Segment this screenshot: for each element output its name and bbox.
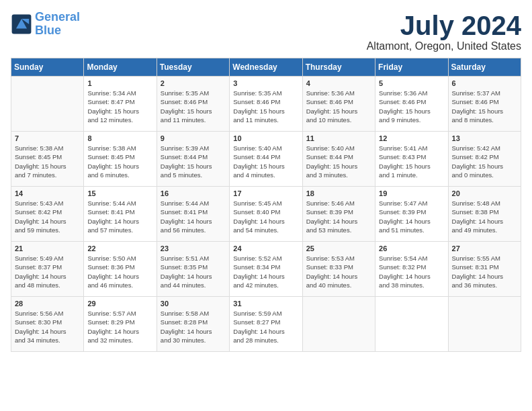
day-cell: 24Sunrise: 5:52 AM Sunset: 8:34 PM Dayli… [230,242,302,297]
day-number: 1 [87,79,152,87]
logo: General Blue [11,11,80,38]
day-number: 27 [452,244,517,253]
day-info: Sunrise: 5:49 AM Sunset: 8:37 PM Dayligh… [15,254,80,289]
day-info: Sunrise: 5:51 AM Sunset: 8:35 PM Dayligh… [161,254,226,289]
day-info: Sunrise: 5:50 AM Sunset: 8:36 PM Dayligh… [87,254,152,289]
day-number: 28 [15,300,80,308]
day-number: 3 [233,79,298,87]
day-cell: 10Sunrise: 5:40 AM Sunset: 8:44 PM Dayli… [230,132,302,187]
page-header: General Blue July 2024 Altamont, Oregon,… [11,11,521,52]
calendar-table: SundayMondayTuesdayWednesdayThursdayFrid… [11,58,521,352]
header-cell-monday: Monday [84,58,157,77]
day-number: 13 [452,134,517,142]
day-info: Sunrise: 5:52 AM Sunset: 8:34 PM Dayligh… [233,254,298,289]
day-cell: 5Sunrise: 5:36 AM Sunset: 8:46 PM Daylig… [375,77,448,132]
day-number: 24 [233,244,298,253]
day-info: Sunrise: 5:44 AM Sunset: 8:41 PM Dayligh… [161,199,226,234]
day-cell: 6Sunrise: 5:37 AM Sunset: 8:46 PM Daylig… [448,77,521,132]
day-info: Sunrise: 5:58 AM Sunset: 8:28 PM Dayligh… [161,309,226,345]
header-cell-sunday: Sunday [11,58,84,77]
day-cell: 3Sunrise: 5:35 AM Sunset: 8:46 PM Daylig… [230,77,302,132]
day-number: 31 [233,300,298,308]
day-info: Sunrise: 5:57 AM Sunset: 8:29 PM Dayligh… [87,309,152,345]
day-info: Sunrise: 5:53 AM Sunset: 8:33 PM Dayligh… [306,254,371,289]
day-number: 7 [15,134,80,142]
day-cell: 19Sunrise: 5:47 AM Sunset: 8:39 PM Dayli… [375,187,448,242]
header-cell-saturday: Saturday [448,58,521,77]
day-info: Sunrise: 5:41 AM Sunset: 8:43 PM Dayligh… [379,144,444,179]
day-number: 18 [306,189,371,197]
day-cell: 31Sunrise: 5:59 AM Sunset: 8:27 PM Dayli… [230,297,302,352]
logo-line2: Blue [35,24,61,37]
day-number: 9 [161,134,226,142]
day-number: 30 [161,300,226,308]
week-row-3: 14Sunrise: 5:43 AM Sunset: 8:42 PM Dayli… [11,187,521,242]
day-cell: 16Sunrise: 5:44 AM Sunset: 8:41 PM Dayli… [157,187,229,242]
day-number: 26 [379,244,444,253]
day-info: Sunrise: 5:38 AM Sunset: 8:45 PM Dayligh… [15,144,80,179]
day-cell [11,77,84,132]
day-info: Sunrise: 5:35 AM Sunset: 8:46 PM Dayligh… [233,89,298,124]
day-cell: 27Sunrise: 5:55 AM Sunset: 8:31 PM Dayli… [448,242,521,297]
day-cell [375,297,448,352]
day-info: Sunrise: 5:56 AM Sunset: 8:30 PM Dayligh… [15,309,80,345]
day-number: 11 [306,134,371,142]
day-info: Sunrise: 5:42 AM Sunset: 8:42 PM Dayligh… [452,144,517,179]
day-info: Sunrise: 5:35 AM Sunset: 8:46 PM Dayligh… [161,89,226,124]
day-number: 5 [379,79,444,87]
day-cell: 26Sunrise: 5:54 AM Sunset: 8:32 PM Dayli… [375,242,448,297]
day-info: Sunrise: 5:34 AM Sunset: 8:47 PM Dayligh… [87,89,152,124]
day-info: Sunrise: 5:38 AM Sunset: 8:45 PM Dayligh… [87,144,152,179]
header-cell-wednesday: Wednesday [230,58,302,77]
day-cell: 14Sunrise: 5:43 AM Sunset: 8:42 PM Dayli… [11,187,84,242]
day-number: 6 [452,79,517,87]
day-info: Sunrise: 5:40 AM Sunset: 8:44 PM Dayligh… [306,144,371,179]
day-cell: 8Sunrise: 5:38 AM Sunset: 8:45 PM Daylig… [84,132,157,187]
day-cell: 20Sunrise: 5:48 AM Sunset: 8:38 PM Dayli… [448,187,521,242]
logo-line1: General [35,10,80,24]
day-cell [448,297,521,352]
day-number: 10 [233,134,298,142]
day-cell: 11Sunrise: 5:40 AM Sunset: 8:44 PM Dayli… [302,132,375,187]
day-number: 15 [87,189,152,197]
day-number: 21 [15,244,80,253]
header-row: SundayMondayTuesdayWednesdayThursdayFrid… [11,58,521,77]
logo-icon [11,13,32,35]
day-number: 14 [15,189,80,197]
day-cell: 28Sunrise: 5:56 AM Sunset: 8:30 PM Dayli… [11,297,84,352]
day-cell: 22Sunrise: 5:50 AM Sunset: 8:36 PM Dayli… [84,242,157,297]
day-info: Sunrise: 5:43 AM Sunset: 8:42 PM Dayligh… [15,199,80,234]
day-cell: 15Sunrise: 5:44 AM Sunset: 8:41 PM Dayli… [84,187,157,242]
day-info: Sunrise: 5:40 AM Sunset: 8:44 PM Dayligh… [233,144,298,179]
day-cell: 18Sunrise: 5:46 AM Sunset: 8:39 PM Dayli… [302,187,375,242]
title-block: July 2024 Altamont, Oregon, United State… [367,11,521,52]
week-row-1: 1Sunrise: 5:34 AM Sunset: 8:47 PM Daylig… [11,77,521,132]
header-cell-friday: Friday [375,58,448,77]
day-cell: 7Sunrise: 5:38 AM Sunset: 8:45 PM Daylig… [11,132,84,187]
day-info: Sunrise: 5:55 AM Sunset: 8:31 PM Dayligh… [452,254,517,289]
day-number: 12 [379,134,444,142]
day-number: 20 [452,189,517,197]
day-number: 17 [233,189,298,197]
day-cell: 30Sunrise: 5:58 AM Sunset: 8:28 PM Dayli… [157,297,229,352]
day-cell: 21Sunrise: 5:49 AM Sunset: 8:37 PM Dayli… [11,242,84,297]
day-cell: 2Sunrise: 5:35 AM Sunset: 8:46 PM Daylig… [157,77,229,132]
day-number: 25 [306,244,371,253]
day-number: 22 [87,244,152,253]
header-cell-thursday: Thursday [302,58,375,77]
day-info: Sunrise: 5:59 AM Sunset: 8:27 PM Dayligh… [233,309,298,345]
day-info: Sunrise: 5:48 AM Sunset: 8:38 PM Dayligh… [452,199,517,234]
day-cell: 9Sunrise: 5:39 AM Sunset: 8:44 PM Daylig… [157,132,229,187]
logo-text: General Blue [35,11,80,38]
day-info: Sunrise: 5:37 AM Sunset: 8:46 PM Dayligh… [452,89,517,124]
day-info: Sunrise: 5:54 AM Sunset: 8:32 PM Dayligh… [379,254,444,289]
week-row-5: 28Sunrise: 5:56 AM Sunset: 8:30 PM Dayli… [11,297,521,352]
day-cell: 17Sunrise: 5:45 AM Sunset: 8:40 PM Dayli… [230,187,302,242]
day-number: 19 [379,189,444,197]
day-info: Sunrise: 5:39 AM Sunset: 8:44 PM Dayligh… [161,144,226,179]
day-cell: 12Sunrise: 5:41 AM Sunset: 8:43 PM Dayli… [375,132,448,187]
day-number: 29 [87,300,152,308]
day-number: 2 [161,79,226,87]
day-cell: 1Sunrise: 5:34 AM Sunset: 8:47 PM Daylig… [84,77,157,132]
day-cell: 25Sunrise: 5:53 AM Sunset: 8:33 PM Dayli… [302,242,375,297]
